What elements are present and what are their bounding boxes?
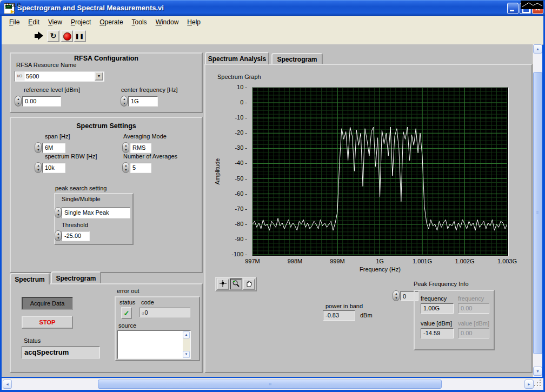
peak-value-label: value [dBm] xyxy=(421,320,452,327)
power-in-band-label: power in band xyxy=(325,303,363,309)
y-tick-label: -10 - xyxy=(215,114,247,121)
source-scrollbar[interactable]: ▲ ▼ xyxy=(183,331,190,358)
scroll-down-icon[interactable]: ▼ xyxy=(533,367,542,376)
y-tick-label: -100 - xyxy=(215,251,247,257)
vertical-scrollbar-thumb[interactable]: ≡ xyxy=(533,72,542,354)
single-multiple-stepper[interactable]: ▲▼ xyxy=(55,207,62,218)
run-continuously-button[interactable]: ↻ xyxy=(47,30,59,42)
vertical-scrollbar[interactable]: ▲ ≡ ▼ xyxy=(533,44,542,377)
check-icon: ✓ xyxy=(124,309,130,317)
horizontal-scrollbar[interactable]: ◄ ≡ ► xyxy=(2,378,543,390)
rfsa-resource-combobox[interactable]: I/O 5600 ▼ xyxy=(15,71,104,82)
span-input[interactable]: 6M xyxy=(42,143,65,153)
window-resize-grip[interactable] xyxy=(534,378,543,389)
peak-frequency-info-label: Peak Frequency Info xyxy=(414,281,469,287)
rfsa-resource-value: 5600 xyxy=(26,73,39,79)
menu-file[interactable]: File xyxy=(5,17,24,27)
menu-edit[interactable]: Edit xyxy=(24,17,44,27)
peak-frequency-label: frequency xyxy=(421,295,447,302)
x-tick-label: 1G xyxy=(358,258,402,264)
menu-window[interactable]: Window xyxy=(151,17,183,27)
single-multiple-input[interactable]: Single Max Peak xyxy=(62,207,130,218)
y-tick-label: -80 - xyxy=(215,221,247,227)
spectrum-graph-plot-area[interactable] xyxy=(252,87,509,256)
zoom-tool-button[interactable] xyxy=(230,278,242,290)
number-of-averages-input[interactable]: 5 xyxy=(130,163,151,173)
menu-help[interactable]: Help xyxy=(183,17,205,27)
y-tick-label: -40 - xyxy=(215,160,247,166)
single-multiple-label: Single/Multiple xyxy=(62,196,101,202)
peak-value-indicator: -14.59 xyxy=(421,328,454,338)
reference-level-stepper[interactable]: ▲▼ xyxy=(15,96,22,107)
scroll-up-icon[interactable]: ▲ xyxy=(183,331,190,338)
tab-spectrogram-left[interactable]: Spectrogram xyxy=(51,271,101,284)
power-in-band-unit: dBm xyxy=(360,312,373,318)
threshold-stepper[interactable]: ▲▼ xyxy=(55,230,62,241)
y-tick-label: -70 - xyxy=(215,205,247,212)
pan-tool-button[interactable] xyxy=(243,278,255,290)
threshold-label: Threshold xyxy=(62,222,88,228)
error-status-label: status xyxy=(119,299,135,305)
y-tick-label: -90 - xyxy=(215,236,247,242)
y-tick-label: -20 - xyxy=(215,129,247,136)
peak-array-index-stepper[interactable]: ▲▼ xyxy=(393,290,400,301)
spectrum-rbw-input[interactable]: 10k xyxy=(42,163,65,173)
menu-tools[interactable]: Tools xyxy=(128,17,151,27)
peak-value-indicator-dimmed: 0.00 xyxy=(458,328,489,338)
cursor-tool-button[interactable] xyxy=(217,278,229,290)
title-bar[interactable]: ▶ Spectrogram and Spectral Measurements.… xyxy=(0,0,545,16)
status-indicator: acqSpectrum xyxy=(22,346,100,358)
tab-spectrum-analysis[interactable]: Spectrum Analysis xyxy=(205,52,269,64)
spectrum-rbw-stepper[interactable]: ▲▼ xyxy=(35,162,42,173)
run-button[interactable] xyxy=(34,30,46,42)
x-tick-label: 1.002G xyxy=(443,258,487,264)
error-code-indicator: d0 xyxy=(139,308,190,317)
plot-legend-label: Plot 0 xyxy=(5,2,21,8)
threshold-input[interactable]: -25.00 xyxy=(62,231,90,241)
menu-project[interactable]: Project xyxy=(67,17,95,27)
averaging-mode-stepper[interactable]: ▲▼ xyxy=(122,142,129,153)
scroll-right-icon[interactable]: ► xyxy=(524,380,534,389)
acquire-data-button[interactable]: Acquire Data xyxy=(22,297,73,310)
x-tick-label: 997M xyxy=(231,258,274,264)
y-tick-label: 10 - xyxy=(215,84,247,90)
hand-icon xyxy=(245,280,253,288)
span-stepper[interactable]: ▲▼ xyxy=(35,142,42,153)
toolbar: ↻ ❚❚ ? 1 ▶ xyxy=(2,28,543,45)
rfsa-resource-label: RFSA Resource Name xyxy=(16,62,76,68)
center-frequency-input[interactable]: 1G xyxy=(128,96,158,107)
tab-spectrogram-right[interactable]: Spectrogram xyxy=(271,53,323,64)
pause-button[interactable]: ❚❚ xyxy=(74,30,86,42)
x-tick-label: 1.001G xyxy=(401,258,444,264)
radix-indicator: d xyxy=(142,311,144,316)
number-of-averages-label: Number of Averages xyxy=(123,153,177,160)
peak-frequency-indicator: 1.00G xyxy=(421,303,454,314)
reference-level-input[interactable]: 0.00 xyxy=(22,96,61,107)
abort-button[interactable] xyxy=(61,30,73,42)
center-frequency-stepper[interactable]: ▲▼ xyxy=(121,96,128,107)
stop-button[interactable]: STOP xyxy=(22,316,73,329)
window-title: Spectrogram and Spectral Measurements.vi xyxy=(17,0,164,16)
plot-legend-waveform-icon xyxy=(521,1,543,9)
abort-icon xyxy=(63,32,71,41)
spectrum-rbw-label: spectrum RBW [Hz] xyxy=(45,153,97,160)
scroll-up-icon[interactable]: ▲ xyxy=(533,44,542,54)
span-label: span [Hz] xyxy=(45,133,70,139)
menu-operate[interactable]: Operate xyxy=(95,17,127,27)
reference-level-label: reference level [dBm] xyxy=(24,87,80,93)
error-code-label: code xyxy=(141,299,154,305)
horizontal-scrollbar-thumb[interactable]: ≡ xyxy=(98,380,442,389)
error-status-indicator: ✓ xyxy=(121,307,132,319)
minimize-button[interactable] xyxy=(507,3,519,14)
x-tick-label: 1.003G xyxy=(486,258,529,264)
combobox-dropdown-arrow-icon[interactable]: ▼ xyxy=(95,72,103,81)
y-tick-label: 0 - xyxy=(215,99,247,105)
scroll-left-icon[interactable]: ◄ xyxy=(3,380,12,389)
menu-view[interactable]: View xyxy=(44,17,67,27)
tab-spectrum[interactable]: Spectrum xyxy=(10,273,50,284)
center-frequency-label: center frequency [Hz] xyxy=(121,87,178,93)
number-of-averages-stepper[interactable]: ▲▼ xyxy=(122,162,129,173)
spectrum-settings-title: Spectrum Settings xyxy=(0,122,212,130)
averaging-mode-input[interactable]: RMS xyxy=(130,143,151,153)
scroll-down-icon[interactable]: ▼ xyxy=(183,351,190,358)
